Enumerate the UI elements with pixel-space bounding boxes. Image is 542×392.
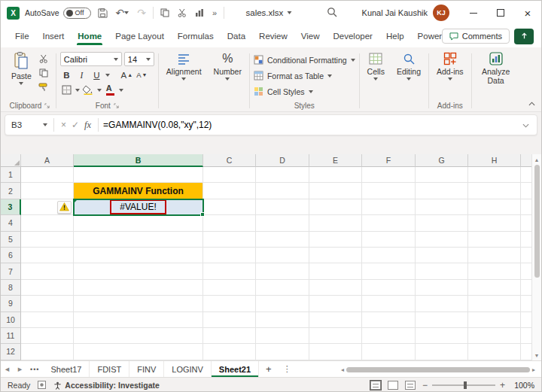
cell-G8[interactable]: [416, 280, 468, 296]
macro-record-icon[interactable]: [38, 381, 46, 390]
cell-D5[interactable]: [256, 232, 309, 248]
cell-D10[interactable]: [256, 312, 309, 328]
font-name-select[interactable]: Calibri: [60, 52, 122, 66]
name-box-dropdown-icon[interactable]: [43, 123, 47, 126]
cell-C10[interactable]: [203, 312, 256, 328]
cell-B3[interactable]: #VALUE!: [74, 199, 203, 215]
cell-H11[interactable]: [468, 328, 521, 344]
new-sheet-button[interactable]: +: [259, 363, 279, 375]
cell-B11[interactable]: [74, 328, 203, 344]
more-commands-icon[interactable]: »: [211, 8, 218, 17]
dialog-launcher-icon[interactable]: [114, 103, 119, 108]
user-name[interactable]: Kunal Jai Kaushik: [362, 8, 428, 17]
expand-formula-bar-icon[interactable]: [522, 120, 537, 130]
format-painter-icon[interactable]: [37, 81, 50, 93]
redo-button[interactable]: ↷: [136, 7, 148, 19]
zoom-track[interactable]: [432, 384, 495, 386]
cell-E5[interactable]: [309, 232, 362, 248]
cell-C1[interactable]: [203, 167, 256, 183]
cell-F6[interactable]: [362, 248, 416, 263]
addins-button[interactable]: Add-ins: [433, 50, 467, 81]
cell-E4[interactable]: [309, 215, 362, 231]
cell-E11[interactable]: [309, 328, 362, 344]
borders-icon[interactable]: [60, 84, 73, 96]
cell-C7[interactable]: [203, 263, 256, 279]
cell-A12[interactable]: [21, 344, 74, 360]
scroll-right-icon[interactable]: ▸: [532, 366, 535, 373]
cell-A8[interactable]: [21, 280, 74, 296]
scroll-left-icon[interactable]: ◂: [341, 366, 344, 373]
normal-view-icon[interactable]: [370, 381, 381, 390]
cell-D9[interactable]: [256, 296, 309, 311]
cell-E7[interactable]: [309, 263, 362, 279]
row-header-7[interactable]: 7: [1, 263, 21, 279]
cell-B1[interactable]: [74, 167, 203, 183]
column-header-B[interactable]: B: [74, 154, 203, 167]
cell-A11[interactable]: [21, 328, 74, 344]
close-button[interactable]: ×: [514, 1, 541, 25]
cell-H3[interactable]: [468, 199, 521, 215]
tab-options-kebab-icon[interactable]: ⋮: [279, 364, 296, 374]
cell-B12[interactable]: [74, 344, 203, 360]
row-header-10[interactable]: 10: [1, 312, 21, 328]
cell-A5[interactable]: [21, 232, 74, 248]
vertical-scrollbar[interactable]: ▲ ▼: [531, 154, 541, 360]
menu-item-file[interactable]: File: [8, 27, 36, 45]
number-button[interactable]: % Number: [210, 50, 245, 81]
cell-C4[interactable]: [203, 215, 256, 231]
cell-G1[interactable]: [416, 167, 468, 183]
cell-H5[interactable]: [468, 232, 521, 248]
cell-E2[interactable]: [309, 183, 362, 199]
sheet-tab-sheet17[interactable]: Sheet17: [43, 361, 90, 377]
cell-C12[interactable]: [203, 344, 256, 360]
cell-F11[interactable]: [362, 328, 416, 344]
cell-D4[interactable]: [256, 215, 309, 231]
cell-E9[interactable]: [309, 296, 362, 311]
cell-F3[interactable]: [362, 199, 416, 215]
cell-G6[interactable]: [416, 248, 468, 263]
cell-D6[interactable]: [256, 248, 309, 263]
cell-E10[interactable]: [309, 312, 362, 328]
cell-H9[interactable]: [468, 296, 521, 311]
column-header-D[interactable]: D: [256, 154, 309, 167]
cell-D8[interactable]: [256, 280, 309, 296]
cell-G12[interactable]: [416, 344, 468, 360]
cell-C5[interactable]: [203, 232, 256, 248]
cell-B4[interactable]: [74, 215, 203, 231]
cell-F8[interactable]: [362, 280, 416, 296]
cell-E12[interactable]: [309, 344, 362, 360]
row-header-9[interactable]: 9: [1, 296, 21, 311]
cell-C6[interactable]: [203, 248, 256, 263]
cell-B7[interactable]: [74, 263, 203, 279]
excel-app-icon[interactable]: X: [7, 7, 20, 20]
cell-B9[interactable]: [74, 296, 203, 311]
alignment-button[interactable]: Alignment: [163, 50, 206, 81]
row-header-8[interactable]: 8: [1, 280, 21, 296]
cell-A6[interactable]: [21, 248, 74, 263]
menu-item-review[interactable]: Review: [252, 27, 294, 45]
sheet-tab-sheet21[interactable]: Sheet21: [212, 361, 259, 377]
cut-icon[interactable]: [37, 53, 50, 65]
cell-C11[interactable]: [203, 328, 256, 344]
cell-A3[interactable]: [21, 199, 74, 215]
cell-A2[interactable]: [21, 183, 74, 199]
cell-G11[interactable]: [416, 328, 468, 344]
cell-D7[interactable]: [256, 263, 309, 279]
cell-C9[interactable]: [203, 296, 256, 311]
cell-B2[interactable]: GAMMAINV Function: [74, 183, 203, 199]
menu-item-view[interactable]: View: [294, 27, 327, 45]
menu-item-formulas[interactable]: Formulas: [171, 27, 221, 45]
formula-input[interactable]: =GAMMAINV(0.08,"xy",12): [99, 120, 212, 130]
autosave-switch-icon[interactable]: Off: [63, 8, 91, 19]
fill-color-dropdown-icon[interactable]: [97, 89, 102, 92]
zoom-thumb[interactable]: [464, 381, 467, 389]
cell-H10[interactable]: [468, 312, 521, 328]
bold-button[interactable]: B: [60, 68, 73, 81]
column-header-H[interactable]: H: [468, 154, 521, 167]
row-header-11[interactable]: 11: [1, 328, 21, 344]
more-sheets-icon[interactable]: •••: [26, 366, 43, 373]
cell-C3[interactable]: [203, 199, 256, 215]
increase-font-size-icon[interactable]: A▲: [120, 68, 133, 81]
scroll-up-icon[interactable]: ▲: [534, 154, 540, 165]
horizontal-scroll-thumb[interactable]: [346, 367, 530, 372]
